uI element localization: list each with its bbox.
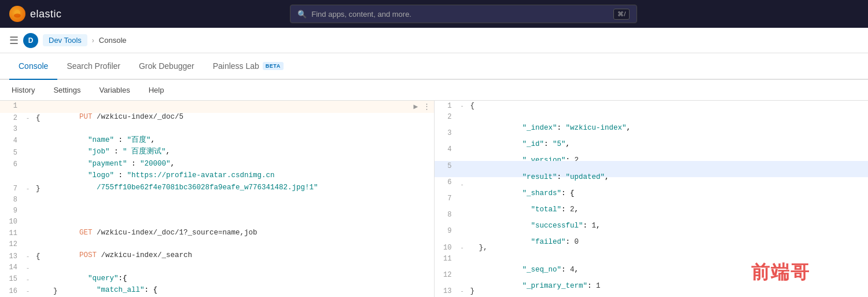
tabs-bar: Console Search Profiler Grok Debugger Pa… [0,53,868,80]
editor-line-7: 7 - } [0,184,434,195]
output-pane: 1 - { 2 "_index": "wzkicu-index", 3 "_id… [435,101,869,297]
tab-console[interactable]: Console [9,53,57,80]
breadcrumb-dev-tools[interactable]: Dev Tools [43,34,87,46]
editor-line-11: 11 [0,228,434,239]
editor-line-5: 5 "payment" : "20000", [0,148,434,160]
tab-grok-debugger[interactable]: Grok Debugger [130,53,204,80]
output-line-10: 10 - }, [435,243,869,254]
output-line-4: 4 "_version": 2, [435,144,869,160]
toolbar-history[interactable]: History [9,86,37,94]
breadcrumb-separator: › [92,36,94,45]
output-line-5: 5 "result": "updated", [435,161,869,177]
elastic-logo: elastic [9,6,62,22]
editor-line-13: 13 - { [0,251,434,262]
editor-line-9: 9 [0,206,434,217]
output-line-3: 3 "_id": "5", [435,128,869,144]
run-button[interactable]: ▶ [411,102,421,111]
editor-line-14: 14 - "query":{ [0,262,434,274]
more-options-button[interactable]: ⋮ [423,101,431,112]
output-line-2: 2 "_index": "wzkicu-index", [435,112,869,128]
output-line-11: 11 "_seq_no": 4, [435,254,869,270]
elastic-logo-icon [9,6,25,22]
editor-pane[interactable]: 1 PUT /wzkicu-index/_doc/5 ▶ ⋮ 2 - { 3 [0,101,435,297]
editor-line-12: 12 POST /wzkicu-index/_search [0,239,434,251]
search-shortcut: ⌘/ [613,9,630,20]
tab-search-profiler[interactable]: Search Profiler [57,53,130,80]
top-nav: elastic 🔍 Find apps, content, and more. … [0,0,868,28]
output-line-13: 13 - } [435,286,869,297]
editor-line-6-cont: /755ff10be62f4e7081bc36028fa9eafe_w77634… [0,171,434,184]
toolbar-help[interactable]: Help [146,86,167,94]
main-content: 1 PUT /wzkicu-index/_doc/5 ▶ ⋮ 2 - { 3 [0,101,868,297]
toolbar-settings[interactable]: Settings [51,86,83,94]
beta-badge: BETA [263,62,284,70]
breadcrumb-bar: ☰ D Dev Tools › Console [0,28,868,53]
toolbar-variables[interactable]: Variables [97,86,132,94]
tab-painless-lab[interactable]: Painless Lab BETA [204,53,293,80]
editor-line-15: 15 - "match_all": { [0,274,434,286]
hamburger-icon[interactable]: ☰ [9,34,19,47]
sub-toolbar: History Settings Variables Help [0,80,868,101]
editor-line-2: 2 - { [0,113,434,124]
global-search-bar[interactable]: 🔍 Find apps, content, and more. ⌘/ [290,5,637,23]
avatar: D [23,33,38,48]
output-line-9: 9 "failed": 0 [435,226,869,242]
output-line-7: 7 "total": 2, [435,193,869,210]
search-icon: 🔍 [297,10,307,19]
output-line-6: 6 - "_shards": { [435,177,869,193]
editor-line-16: 16 - } [0,286,434,297]
editor-line-3: 3 "name" : "百度", [0,124,434,136]
output-line-8: 8 "successful": 1, [435,210,869,226]
editor-line-10: 10 GET /wzkicu-index/_doc/1?_source=name… [0,217,434,229]
output-line-12: 12 "_primary_term": 1 [435,270,869,286]
elastic-logo-text: elastic [30,8,62,20]
breadcrumb-current: Console [99,36,127,45]
editor-line-6: 6 "logo" : "https://profile-avatar.csdni… [0,159,434,171]
search-placeholder: Find apps, content, and more. [311,10,609,19]
editor-line-1: 1 PUT /wzkicu-index/_doc/5 ▶ ⋮ [0,101,434,113]
editor-line-4: 4 "job" : " 百度测试", [0,135,434,148]
svg-point-1 [14,14,21,18]
output-line-1: 1 - { [435,101,869,112]
editor-line-8: 8 [0,195,434,206]
